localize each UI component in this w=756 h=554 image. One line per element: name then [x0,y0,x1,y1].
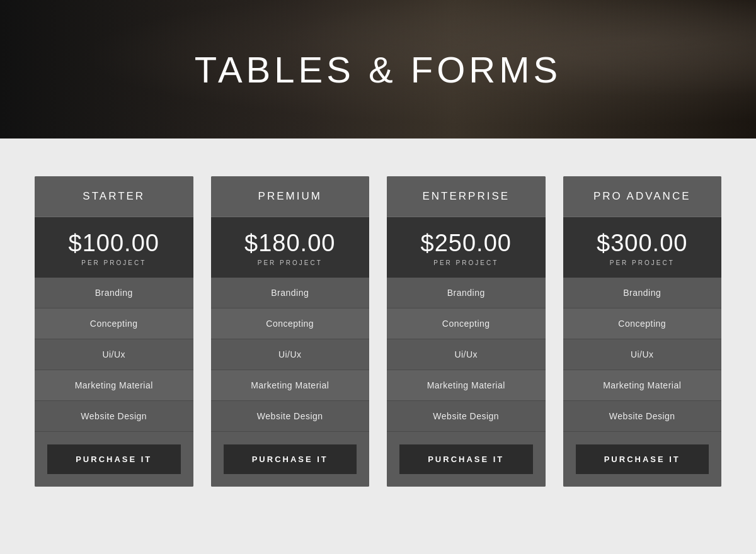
pricing-card-enterprise: ENTERPRISE$250.00PER PROJECTBrandingConc… [387,176,546,487]
list-item: Ui/Ux [211,339,370,370]
pricing-card-premium: PREMIUM$180.00PER PROJECTBrandingConcept… [211,176,370,487]
card-price-block-enterprise: $250.00PER PROJECT [387,217,546,278]
card-price-block-starter: $100.00PER PROJECT [35,217,193,278]
purchase-button-starter[interactable]: PURCHASE IT [47,444,181,474]
list-item: Ui/Ux [35,339,193,370]
list-item: Website Design [211,401,370,432]
card-footer-premium: PURCHASE IT [211,432,370,487]
card-footer-enterprise: PURCHASE IT [387,432,546,487]
list-item: Marketing Material [35,370,193,401]
purchase-button-premium[interactable]: PURCHASE IT [224,444,357,474]
pricing-section: STARTER$100.00PER PROJECTBrandingConcept… [0,138,756,524]
card-header-starter: STARTER [35,176,193,217]
list-item: Website Design [387,401,546,432]
card-price-enterprise: $250.00 [393,230,539,257]
card-price-block-premium: $180.00PER PROJECT [211,217,370,278]
card-features-premium: BrandingConceptingUi/UxMarketing Materia… [211,278,370,432]
list-item: Branding [211,278,370,308]
card-price-premium: $180.00 [217,230,364,257]
card-features-starter: BrandingConceptingUi/UxMarketing Materia… [35,278,193,432]
card-footer-starter: PURCHASE IT [35,432,193,487]
card-title-premium: PREMIUM [217,190,364,203]
card-period-starter: PER PROJECT [41,259,187,266]
card-period-pro-advance: PER PROJECT [570,259,716,266]
list-item: Marketing Material [387,370,546,401]
card-title-pro-advance: PRO ADVANCE [570,190,716,203]
list-item: Concepting [387,308,546,339]
list-item: Concepting [563,308,722,339]
card-footer-pro-advance: PURCHASE IT [563,432,722,487]
list-item: Marketing Material [563,370,722,401]
card-price-pro-advance: $300.00 [570,230,716,257]
list-item: Ui/Ux [563,339,722,370]
card-features-pro-advance: BrandingConceptingUi/UxMarketing Materia… [563,278,722,432]
card-title-enterprise: ENTERPRISE [393,190,539,203]
hero-section: TABLES & FORMS [0,0,756,138]
card-header-pro-advance: PRO ADVANCE [563,176,722,217]
list-item: Concepting [211,308,370,339]
list-item: Marketing Material [211,370,370,401]
list-item: Ui/Ux [387,339,546,370]
list-item: Concepting [35,308,193,339]
list-item: Branding [35,278,193,308]
pricing-card-pro-advance: PRO ADVANCE$300.00PER PROJECTBrandingCon… [563,176,722,487]
card-header-enterprise: ENTERPRISE [387,176,546,217]
purchase-button-enterprise[interactable]: PURCHASE IT [399,444,533,474]
list-item: Website Design [563,401,722,432]
list-item: Website Design [35,401,193,432]
card-period-enterprise: PER PROJECT [393,259,539,266]
card-period-premium: PER PROJECT [217,259,364,266]
list-item: Branding [563,278,722,308]
card-price-block-pro-advance: $300.00PER PROJECT [563,217,722,278]
card-header-premium: PREMIUM [211,176,370,217]
card-price-starter: $100.00 [41,230,187,257]
card-title-starter: STARTER [41,190,187,203]
pricing-card-starter: STARTER$100.00PER PROJECTBrandingConcept… [35,176,193,487]
purchase-button-pro-advance[interactable]: PURCHASE IT [576,444,709,474]
card-features-enterprise: BrandingConceptingUi/UxMarketing Materia… [387,278,546,432]
list-item: Branding [387,278,546,308]
hero-title: TABLES & FORMS [195,48,561,91]
